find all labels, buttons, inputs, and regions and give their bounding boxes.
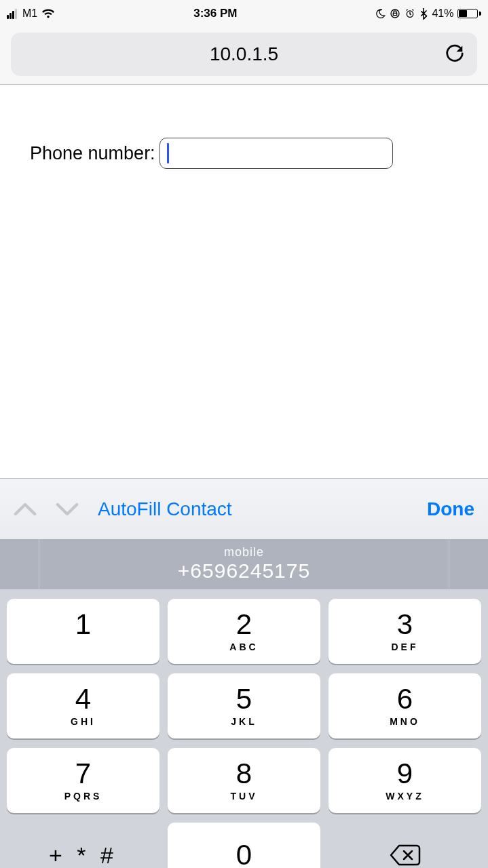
status-bar-left: M1 <box>7 7 55 20</box>
address-bar[interactable]: 10.0.1.5 <box>11 33 477 76</box>
keypad-key-digit: 1 <box>75 610 91 639</box>
suggestion-type-label: mobile <box>224 546 264 558</box>
rotation-lock-icon <box>390 8 400 19</box>
autofill-contact-button[interactable]: AutoFill Contact <box>98 498 232 520</box>
keypad-key-3[interactable]: 3 DEF <box>329 599 481 664</box>
bluetooth-icon <box>419 7 428 20</box>
keypad-key-6[interactable]: 6 MNO <box>329 673 481 738</box>
keyboard-accessory-bar: AutoFill Contact Done <box>0 478 488 539</box>
keypad-key-4[interactable]: 4 GHI <box>7 673 159 738</box>
keypad-key-digit: 6 <box>397 685 413 713</box>
keypad-key-letters: WXYZ <box>386 791 424 802</box>
keypad-key-letters: MNO <box>390 716 420 727</box>
keypad-key-symbols[interactable]: + * # <box>7 823 159 868</box>
keypad-key-letters: DEF <box>392 642 419 652</box>
address-bar-url: 10.0.1.5 <box>210 43 278 65</box>
cellular-signal-icon <box>7 9 17 19</box>
accessory-left-group: AutoFill Contact <box>14 498 232 520</box>
keypad-key-0[interactable]: 0 <box>168 823 320 868</box>
keypad-key-digit: 8 <box>236 760 252 788</box>
keypad-key-letters: GHI <box>71 716 96 727</box>
reload-icon <box>445 43 465 65</box>
keypad-key-2[interactable]: 2 ABC <box>168 599 320 664</box>
keypad-key-digit: 7 <box>75 760 91 788</box>
carrier-label: M1 <box>22 7 37 20</box>
keypad-key-9[interactable]: 9 WXYZ <box>329 748 481 813</box>
status-bar-right: 41% <box>375 7 481 20</box>
do-not-disturb-icon <box>375 9 386 19</box>
keypad-key-digit: 9 <box>397 760 413 788</box>
suggestion-strip-right-spacer <box>449 539 488 589</box>
chevron-down-icon <box>56 502 79 517</box>
keypad-key-1[interactable]: 1 <box>7 599 159 664</box>
chevron-up-icon <box>14 502 37 517</box>
keypad-key-letters: TUV <box>231 791 258 802</box>
keypad-key-letters: JKL <box>231 716 257 727</box>
web-page-content: Phone number: <box>0 85 488 478</box>
keypad-key-5[interactable]: 5 JKL <box>168 673 320 738</box>
keypad-key-backspace[interactable] <box>329 823 481 868</box>
status-bar: M1 3:36 PM 41% <box>0 0 488 27</box>
form-prev-button[interactable] <box>14 502 37 517</box>
numeric-keypad: 1 2 ABC 3 DEF 4 GHI 5 JKL 6 MNO 7 PQRS 8… <box>0 589 488 868</box>
battery-percentage: 41% <box>432 7 453 20</box>
keyboard-suggestion-strip: mobile +6596245175 <box>0 539 488 589</box>
form-next-button[interactable] <box>56 502 79 517</box>
suggestion-value: +6596245175 <box>178 559 310 583</box>
wifi-icon <box>41 9 55 19</box>
keypad-key-digit: 2 <box>236 610 252 639</box>
phone-input[interactable] <box>159 138 393 169</box>
keypad-key-digit: 0 <box>236 841 252 868</box>
suggestion-strip-left-spacer <box>0 539 39 589</box>
done-button[interactable]: Done <box>427 498 474 520</box>
battery-icon <box>457 9 481 18</box>
keypad-key-letters: PQRS <box>64 791 102 802</box>
browser-chrome: 10.0.1.5 <box>0 27 488 85</box>
keypad-key-letters: ABC <box>229 642 258 652</box>
text-caret <box>167 143 169 163</box>
keypad-key-digit: 3 <box>397 610 413 639</box>
reload-button[interactable] <box>445 43 465 65</box>
status-bar-time: 3:36 PM <box>193 7 237 20</box>
keypad-key-7[interactable]: 7 PQRS <box>7 748 159 813</box>
phone-label: Phone number: <box>30 143 155 164</box>
phone-form-row: Phone number: <box>30 138 458 169</box>
autofill-suggestion[interactable]: mobile +6596245175 <box>39 539 449 589</box>
keypad-symbols-label: + * # <box>49 842 117 869</box>
backspace-icon <box>390 844 421 867</box>
keypad-key-digit: 4 <box>75 685 91 713</box>
alarm-icon <box>405 8 415 19</box>
keypad-key-8[interactable]: 8 TUV <box>168 748 320 813</box>
keypad-key-digit: 5 <box>236 685 252 713</box>
